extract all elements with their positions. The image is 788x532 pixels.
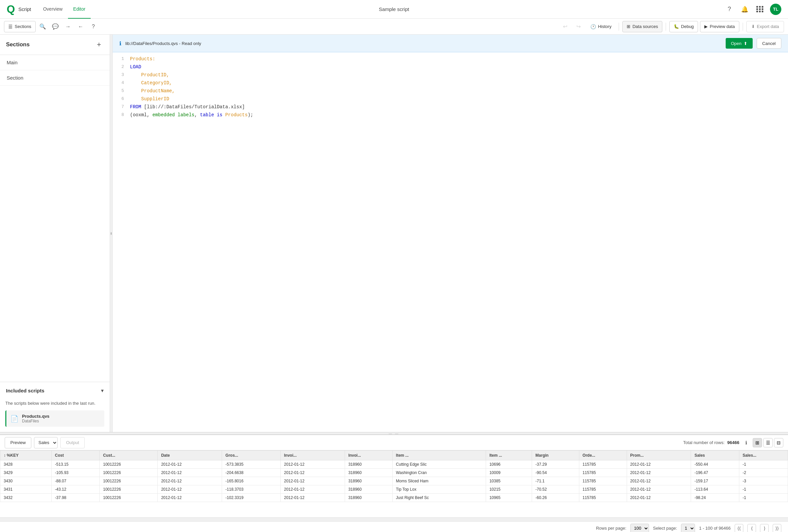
code-line-7: 7 FROM [lib://:DataFiles/TutorialData.xl… [113,103,788,111]
center-title: Sample script [379,6,409,12]
preview-data-btn[interactable]: ▶ Preview data [700,21,739,32]
col-invoi1[interactable]: Invoi... [281,451,345,461]
script-file-item[interactable]: 📄 Products.qvs DataFiles [5,410,104,427]
code-line-4: 4 CategoryID, [113,79,788,87]
included-scripts-title: Included scripts [6,388,44,393]
grid-icon [756,6,764,12]
bottom-divider[interactable]: — — [0,432,788,435]
col-sales[interactable]: Sales [691,451,739,461]
table-view-icons: ⊞ ☰ ⊟ [753,438,783,447]
script-file-path: DataFiles [22,419,49,424]
code-line-3: 3 ProductID, [113,71,788,79]
preview-icon: ▶ [704,24,708,29]
next-page-btn[interactable]: ⟩ [760,524,769,532]
table-select[interactable]: Sales [34,437,58,448]
col-cust[interactable]: Cust... [100,451,158,461]
line-number-4: 4 [113,79,130,87]
tab-editor[interactable]: Editor [68,0,91,19]
horizontal-scrollbar[interactable] [0,517,788,521]
code-line-2: 2 LOAD [113,63,788,71]
help-icon-btn[interactable]: ? [724,4,735,15]
included-scripts-description: The scripts below were included in the l… [5,401,104,406]
col-prom[interactable]: Prom... [627,451,691,461]
section-item-main[interactable]: Main [0,55,110,70]
redo-btn[interactable]: ↪ [573,21,584,32]
list-view-btn[interactable]: ☰ [763,438,773,447]
last-page-btn[interactable]: ⟩⟩ [773,524,781,532]
prev-page-btn[interactable]: ⟨ [747,524,756,532]
indent-btn[interactable]: → [62,21,74,32]
line-number-2: 2 [113,63,130,71]
col-item2[interactable]: Item ... [486,451,532,461]
open-btn[interactable]: Open ⬆ [726,38,753,49]
pagination-bar: Rows per page: 100 Select page: 1 1 - 10… [0,521,788,532]
debug-icon: 🐛 [674,24,679,29]
sidebar-header: Sections + [0,35,110,55]
col-cost[interactable]: Cost [51,451,99,461]
data-table: ↕ %KEY Cost Cust... Date Gros... Invoi..… [0,450,788,502]
export-data-btn[interactable]: ⬇ Export data [746,21,784,32]
sections-button[interactable]: ☰ Sections [4,21,36,32]
line-number-3: 3 [113,71,130,79]
help-script-btn[interactable]: ? [88,21,99,32]
grid-view-btn[interactable]: ⊞ [753,438,762,447]
col-orde[interactable]: Orde... [579,451,627,461]
page-select[interactable]: 1 [681,524,695,532]
col-sales2[interactable]: Sales... [739,451,788,461]
resize-handle[interactable]: • • • [110,35,113,432]
col-key[interactable]: ↕ %KEY [0,451,52,461]
rows-per-page-select[interactable]: 100 [630,524,649,532]
history-btn[interactable]: 🕐 History [586,21,615,32]
info-rows-icon[interactable]: ℹ [742,439,750,447]
sidebar: Sections + Main Section Included scripts… [0,35,110,432]
first-page-btn[interactable]: ⟨⟨ [735,524,743,532]
line-number-7: 7 [113,103,130,111]
export-icon: ⬇ [751,24,755,29]
columns-view-btn[interactable]: ⊟ [774,438,783,447]
search-btn[interactable]: 🔍 [37,21,48,32]
col-gros[interactable]: Gros... [222,451,281,461]
total-rows-value: 96466 [727,440,739,445]
toolbar: ☰ Sections 🔍 💬 → ← ? ↩ ↪ 🕐 History ⊞ Dat… [0,19,788,35]
section-item-section[interactable]: Section [0,70,110,86]
table-row: 3430-88.07100122262012-01-12-165.8016201… [0,477,788,485]
data-table-container[interactable]: ↕ %KEY Cost Cust... Date Gros... Invoi..… [0,450,788,517]
add-section-btn[interactable]: + [94,40,104,49]
table-row: 3428-513.15100122262012-01-12-573.383520… [0,461,788,469]
open-icon: ⬆ [744,41,747,46]
output-btn[interactable]: Output [60,437,85,448]
readonly-banner: ℹ lib://DataFiles/Products.qvs - Read on… [113,35,788,52]
table-row: 3429-105.93100122262012-01-12-204.663820… [0,469,788,477]
cancel-btn[interactable]: Cancel [757,38,781,49]
tab-overview[interactable]: Overview [38,0,68,19]
code-editor[interactable]: 1 Products: 2 LOAD 3 ProductID, 4 Catego… [113,52,788,432]
qlik-logo: Q [7,3,14,15]
preview-btn[interactable]: Preview [5,437,31,448]
apps-icon-btn[interactable] [755,4,765,15]
undo-btn[interactable]: ↩ [560,21,571,32]
notifications-icon-btn[interactable]: 🔔 [739,4,750,15]
avatar[interactable]: TL [770,4,781,15]
table-row: 3432-37.98100122262012-01-12-102.3319201… [0,494,788,502]
line-number-1: 1 [113,55,130,63]
debug-btn[interactable]: 🐛 Debug [669,21,698,32]
history-icon: 🕐 [590,24,596,29]
info-icon: ℹ [119,40,121,47]
comment-btn[interactable]: 💬 [50,21,61,32]
file-icon: 📄 [10,415,19,423]
outdent-btn[interactable]: ← [75,21,86,32]
table-header-row: ↕ %KEY Cost Cust... Date Gros... Invoi..… [0,451,788,461]
col-margin[interactable]: Margin [532,451,579,461]
data-sources-btn[interactable]: ⊞ Data sources [622,21,662,32]
code-line-8: 8 (ooxml, embedded labels, table is Prod… [113,111,788,119]
app-title: Script [18,6,31,12]
col-date[interactable]: Date [158,451,222,461]
col-item1[interactable]: Item ... [392,451,486,461]
col-invoi2[interactable]: Invoi... [345,451,392,461]
included-scripts-header[interactable]: Included scripts ▾ [0,382,110,399]
sections-icon: ☰ [8,24,13,29]
code-line-6: 6 SupplierID [113,95,788,103]
code-line-1: 1 Products: [113,55,788,63]
nav-tabs: Overview Editor [38,0,91,19]
line-number-8: 8 [113,111,130,119]
